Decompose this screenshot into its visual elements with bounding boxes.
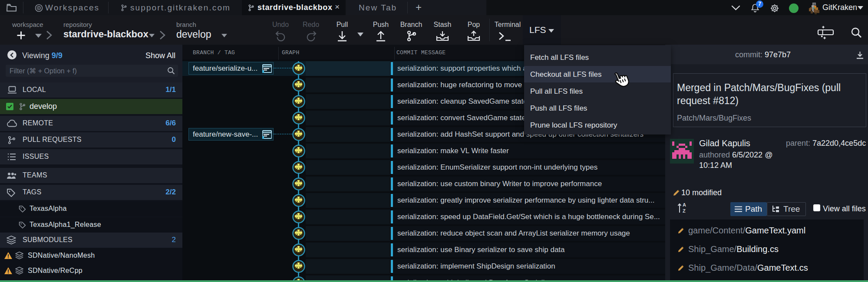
svg-text:A: A bbox=[683, 202, 686, 207]
svg-text:Z: Z bbox=[683, 208, 686, 213]
